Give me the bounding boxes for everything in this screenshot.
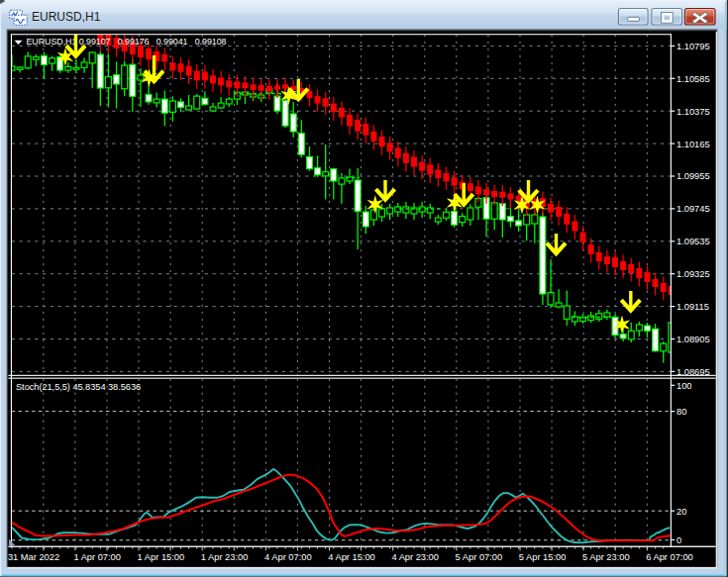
svg-text:1.08695: 1.08695 bbox=[676, 367, 710, 377]
svg-text:0: 0 bbox=[676, 535, 681, 545]
svg-text:4 Apr 15:00: 4 Apr 15:00 bbox=[328, 552, 375, 562]
svg-text:1.09535: 1.09535 bbox=[676, 237, 710, 246]
svg-text:6 Apr 07:00: 6 Apr 07:00 bbox=[646, 552, 693, 562]
svg-text:EURUSD,H1 0.99107 0.99176: EURUSD,H1 0.99107 0.99176 0.99041 0.9910… bbox=[27, 37, 227, 47]
svg-text:1.10585: 1.10585 bbox=[676, 74, 710, 84]
svg-text:1.10795: 1.10795 bbox=[676, 42, 710, 51]
svg-text:1 Apr 23:00: 1 Apr 23:00 bbox=[201, 552, 249, 562]
svg-text:1.09325: 1.09325 bbox=[676, 269, 710, 279]
svg-text:4 Apr 07:00: 4 Apr 07:00 bbox=[264, 552, 312, 562]
svg-text:1.09115: 1.09115 bbox=[676, 302, 709, 312]
svg-text:5 Apr 15:00: 5 Apr 15:00 bbox=[519, 552, 567, 562]
svg-text:Stoch(21,5,5) 45.8354 38.5636: Stoch(21,5,5) 45.8354 38.5636 bbox=[16, 382, 141, 392]
svg-text:1.10375: 1.10375 bbox=[676, 107, 710, 117]
svg-text:20: 20 bbox=[676, 507, 686, 517]
svg-text:1 Apr 15:00: 1 Apr 15:00 bbox=[138, 552, 185, 562]
svg-text:5 Apr 07:00: 5 Apr 07:00 bbox=[456, 552, 503, 562]
svg-text:80: 80 bbox=[676, 407, 686, 417]
svg-text:31 Mar 2022: 31 Mar 2022 bbox=[8, 552, 59, 562]
svg-text:1.09955: 1.09955 bbox=[676, 171, 710, 181]
svg-text:5 Apr 23:00: 5 Apr 23:00 bbox=[582, 552, 630, 562]
svg-text:EURUSD,H1: EURUSD,H1 bbox=[32, 10, 101, 24]
svg-text:1.10165: 1.10165 bbox=[676, 140, 710, 149]
svg-text:1.08905: 1.08905 bbox=[676, 335, 710, 344]
svg-text:1.09745: 1.09745 bbox=[676, 204, 710, 214]
svg-text:1 Apr 07:00: 1 Apr 07:00 bbox=[73, 552, 121, 562]
svg-text:100: 100 bbox=[676, 381, 692, 391]
svg-text:4 Apr 23:00: 4 Apr 23:00 bbox=[391, 552, 439, 562]
